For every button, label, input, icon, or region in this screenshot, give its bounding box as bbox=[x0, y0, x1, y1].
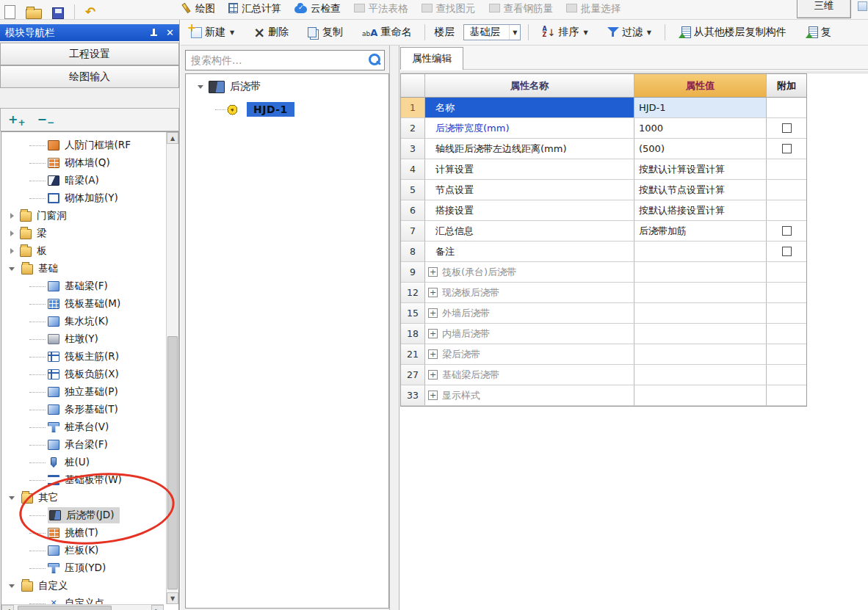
scroll-down-button[interactable]: ▼ bbox=[167, 592, 178, 604]
corner-icon[interactable] bbox=[858, 1, 867, 11]
chevron-down-icon[interactable]: ▼ bbox=[509, 25, 520, 40]
tree-item-暗梁(A)[interactable]: 暗梁(A) bbox=[1, 173, 165, 189]
property-name-cell[interactable]: +筏板(承台)后浇带 bbox=[425, 262, 634, 283]
copy-button[interactable]: 复制 bbox=[302, 26, 349, 39]
property-value-cell[interactable] bbox=[634, 262, 767, 283]
scroll-right-button[interactable]: ▶ bbox=[151, 605, 164, 610]
tree-item-板[interactable]: 板 bbox=[1, 243, 165, 259]
property-value-cell[interactable] bbox=[634, 365, 767, 385]
tree-item-挑檐(T)[interactable]: 挑檐(T) bbox=[1, 525, 165, 541]
property-value-cell[interactable]: 按默认计算设置计算 bbox=[634, 159, 767, 180]
expand-plus-icon[interactable]: + bbox=[428, 370, 438, 380]
rename-button[interactable]: abA重命名 bbox=[356, 26, 417, 39]
horizontal-scroll-thumb[interactable] bbox=[18, 606, 112, 610]
tree-vertical-scrollbar[interactable]: ▲ ▼ bbox=[166, 132, 178, 604]
tree-item-压顶(YD)[interactable]: 压顶(YD) bbox=[1, 560, 165, 576]
menu-item-云检查[interactable]: 云检查 bbox=[294, 0, 341, 19]
chevron-down-icon[interactable] bbox=[198, 85, 203, 89]
tree-item-筏板负筋(X)[interactable]: 筏板负筋(X) bbox=[1, 366, 165, 382]
property-value-cell[interactable] bbox=[634, 242, 767, 262]
expand-plus-icon[interactable]: + bbox=[428, 391, 438, 400]
tree-item-人防门框墙(RF[interactable]: 人防门框墙(RF bbox=[1, 137, 165, 153]
attach-checkbox[interactable] bbox=[782, 144, 792, 153]
property-name-cell[interactable]: +外墙后浇带 bbox=[425, 303, 634, 324]
pin-icon[interactable] bbox=[151, 29, 157, 37]
search-icon[interactable] bbox=[365, 51, 384, 69]
tree-item-承台梁(F)[interactable]: 承台梁(F) bbox=[1, 437, 165, 453]
tree-item-桩承台(V)[interactable]: 桩承台(V) bbox=[1, 419, 165, 435]
property-value-cell[interactable]: (500) bbox=[634, 139, 767, 159]
menu-item-汇总计算[interactable]: 汇总计算 bbox=[228, 0, 281, 19]
tree-item-砌体加筋(Y)[interactable]: 砌体加筋(Y) bbox=[1, 190, 165, 206]
tree-item-独立基础(P)[interactable]: 独立基础(P) bbox=[1, 384, 165, 400]
property-value-cell[interactable]: HJD-1 bbox=[634, 98, 767, 118]
expand-plus-icon[interactable]: + bbox=[428, 308, 438, 318]
scroll-left-button[interactable]: ◀ bbox=[1, 605, 14, 610]
tree-item-基础板带(W)[interactable]: 基础板带(W) bbox=[1, 472, 165, 488]
close-icon[interactable]: ✕ bbox=[166, 28, 174, 37]
tree-item-筏板基础(M)[interactable]: 筏板基础(M) bbox=[1, 296, 165, 312]
tree-item-柱墩(Y)[interactable]: 柱墩(Y) bbox=[1, 331, 165, 347]
property-name-cell[interactable]: +基础梁后浇带 bbox=[425, 365, 634, 385]
nav-button-project-settings[interactable]: 工程设置 bbox=[0, 43, 179, 65]
menu-item-批量选择[interactable]: 批量选择 bbox=[566, 0, 621, 19]
search-input[interactable] bbox=[186, 54, 365, 66]
attach-checkbox[interactable] bbox=[782, 123, 792, 133]
tree-item-自定义[interactable]: 自定义 bbox=[1, 578, 165, 594]
chevron-right-icon[interactable] bbox=[10, 248, 14, 254]
menu-item-平法表格[interactable]: 平法表格 bbox=[354, 0, 408, 19]
property-value-cell[interactable] bbox=[634, 385, 767, 406]
view-3d-button[interactable]: 三维 bbox=[797, 0, 851, 18]
menu-item-查找图元[interactable]: 查找图元 bbox=[422, 0, 476, 19]
tree-item-其它[interactable]: 其它 bbox=[1, 490, 165, 506]
tree-node-postcast-strip[interactable]: 后浇带 bbox=[190, 80, 261, 93]
tree-item-梁[interactable]: 梁 bbox=[1, 225, 165, 242]
property-name-cell[interactable]: +显示样式 bbox=[425, 385, 634, 406]
tab-property-edit[interactable]: 属性编辑 bbox=[400, 47, 463, 70]
collapse-all-icon[interactable]: −− bbox=[37, 112, 54, 128]
property-value-cell[interactable]: 按默认节点设置计算 bbox=[634, 180, 767, 200]
expand-plus-icon[interactable]: + bbox=[428, 288, 438, 297]
copy-from-other-floor-button[interactable]: 从其他楼层复制构件 bbox=[673, 26, 792, 39]
expand-plus-icon[interactable]: + bbox=[428, 267, 438, 277]
menu-item-查看钢筋量[interactable]: 查看钢筋量 bbox=[489, 0, 554, 19]
floor-combobox[interactable]: 基础层▼ bbox=[463, 24, 521, 40]
new-button[interactable]: 新建▼ bbox=[185, 26, 240, 39]
chevron-down-icon[interactable] bbox=[9, 584, 15, 588]
property-value-cell[interactable]: 1000 bbox=[634, 118, 767, 139]
copy-to-other-floor-button[interactable]: 复 bbox=[800, 26, 837, 39]
chevron-right-icon[interactable] bbox=[10, 213, 14, 219]
expand-all-icon[interactable]: ++ bbox=[8, 112, 25, 128]
attach-checkbox[interactable] bbox=[782, 247, 792, 256]
open-folder-icon[interactable] bbox=[26, 9, 42, 19]
menu-item-绘图[interactable]: 绘图 bbox=[181, 0, 215, 19]
property-value-cell[interactable]: 按默认搭接设置计算 bbox=[634, 200, 767, 221]
nav-button-drawing-input[interactable]: 绘图输入 bbox=[0, 65, 179, 88]
tree-item-集水坑(K)[interactable]: 集水坑(K) bbox=[1, 313, 165, 330]
expand-plus-icon[interactable]: + bbox=[428, 349, 438, 359]
tree-item-后浇带(JD)[interactable]: 后浇带(JD) bbox=[1, 507, 165, 523]
tree-item-筏板主筋(R)[interactable]: 筏板主筋(R) bbox=[1, 349, 165, 365]
property-name-cell[interactable]: +现浇板后浇带 bbox=[425, 283, 634, 303]
scroll-up-button[interactable]: ▲ bbox=[167, 132, 178, 144]
tree-item-门窗洞[interactable]: 门窗洞 bbox=[1, 208, 165, 224]
property-name-cell[interactable]: +梁后浇带 bbox=[425, 344, 634, 365]
property-value-cell[interactable] bbox=[634, 344, 767, 365]
property-value-cell[interactable]: 后浇带加筋 bbox=[634, 221, 767, 242]
chevron-right-icon[interactable] bbox=[10, 230, 14, 236]
property-value-cell[interactable] bbox=[634, 324, 767, 344]
tree-item-桩(U)[interactable]: 桩(U) bbox=[1, 454, 165, 471]
filter-button[interactable]: 过滤▼ bbox=[601, 26, 657, 39]
tree-item-基础[interactable]: 基础 bbox=[1, 261, 165, 277]
tree-item-砌体墙(Q)[interactable]: 砌体墙(Q) bbox=[1, 155, 165, 171]
delete-button[interactable]: ×删除 bbox=[247, 26, 294, 39]
attach-checkbox[interactable] bbox=[782, 226, 792, 236]
tree-node-hjd1[interactable]: HJD-1 bbox=[215, 102, 294, 117]
chevron-down-icon[interactable] bbox=[9, 267, 15, 271]
tree-item-栏板(K)[interactable]: 栏板(K) bbox=[1, 542, 165, 559]
new-file-icon[interactable] bbox=[4, 5, 15, 19]
chevron-down-icon[interactable] bbox=[9, 496, 15, 500]
property-name-cell[interactable]: +内墙后浇带 bbox=[425, 324, 634, 344]
undo-icon[interactable]: ↶ bbox=[85, 4, 95, 19]
vertical-scroll-thumb[interactable] bbox=[167, 336, 178, 589]
